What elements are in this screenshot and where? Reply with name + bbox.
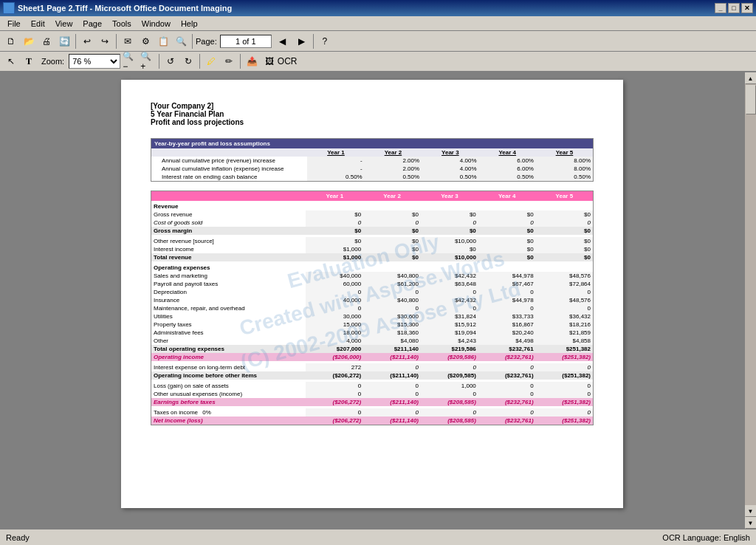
select-button[interactable]: ↖: [3, 53, 19, 69]
doc-header: [Your Company 2] 5 Year Financial Plan P…: [151, 102, 594, 126]
total-revenue-row: Total revenue $1,000 $0 $10,000 $0 $0: [151, 253, 594, 261]
revenue-label: Revenue: [151, 201, 594, 210]
menu-view[interactable]: View: [51, 18, 78, 29]
menu-help[interactable]: Help: [176, 18, 202, 29]
assumptions-row1-y5: 8.00%: [536, 165, 594, 173]
pl-header-label: [151, 191, 306, 202]
page-input[interactable]: [220, 35, 272, 48]
cogs-y3: 0: [421, 219, 478, 227]
opex-r6-y2: $15,300: [363, 321, 421, 329]
find-button[interactable]: 🔍: [173, 33, 189, 49]
gross-revenue-label: Gross revenue: [151, 210, 306, 219]
opex-r6-y1: 15,000: [306, 321, 363, 329]
menu-edit[interactable]: Edit: [27, 18, 49, 29]
new-button[interactable]: 🗋: [3, 33, 19, 49]
content-area[interactable]: Evaluation Only Created with Aspose.Word…: [0, 72, 744, 529]
cogs-label: Cost of goods sold: [151, 219, 306, 227]
assumptions-y4: Year 4: [479, 148, 536, 157]
pl-y4-header: Year 4: [478, 191, 536, 202]
scroll-down-button[interactable]: ▼: [745, 505, 757, 517]
scroll-down2-button[interactable]: ▼: [745, 517, 757, 529]
opex-r0-label: Sales and marketing: [151, 272, 306, 280]
opex-r1-y1: 60,000: [306, 280, 363, 288]
menu-window[interactable]: Window: [137, 18, 175, 29]
op-before-y4: ($232,761): [478, 371, 536, 380]
zoom-select[interactable]: 76 % 50 % 75 % 100 % 125 % 150 %: [69, 54, 120, 69]
taxes-y1: 0: [306, 408, 363, 417]
ocr-button[interactable]: OCR: [279, 53, 295, 69]
zoom-in-button[interactable]: 🔍+: [140, 53, 156, 69]
opex-r8-y3: $4,243: [421, 337, 478, 345]
rotate-left-button[interactable]: ↺: [162, 53, 179, 69]
ebt-y1: ($206,272): [306, 398, 363, 406]
net-income-row: Net income (loss) ($206,272) ($211,140) …: [151, 417, 594, 425]
cogs-y4: 0: [478, 219, 536, 227]
scroll-thumb[interactable]: [746, 85, 756, 114]
total-opex-y2: $211,140: [363, 345, 421, 353]
opex-r7-y3: $19,094: [421, 329, 478, 337]
net-income-y2: ($211,140): [363, 417, 421, 425]
minimize-button[interactable]: _: [715, 3, 726, 13]
net-income-y3: ($208,585): [421, 417, 478, 425]
interest-inc-y5: $0: [536, 245, 594, 253]
assumptions-y5: Year 5: [536, 148, 594, 157]
highlight-button[interactable]: 🖊: [203, 53, 219, 69]
scroll-up-button[interactable]: ▲: [745, 72, 757, 84]
maximize-button[interactable]: □: [728, 3, 740, 13]
op-income-before-row: Operating income before other items ($20…: [151, 371, 594, 380]
pen-button[interactable]: ✏: [221, 53, 237, 69]
open-button[interactable]: 📂: [21, 33, 37, 49]
assumptions-row2-y3: 0.50%: [422, 173, 478, 182]
gross-margin-y5: $0: [536, 227, 594, 235]
opex-r5-y1: 30,000: [306, 312, 363, 321]
opex-r1-y2: $61,200: [363, 280, 421, 288]
interest-exp-y2: 0: [363, 363, 421, 371]
taxes-y2: 0: [363, 408, 421, 417]
scan-button[interactable]: 🔄: [56, 33, 72, 49]
copy-button[interactable]: 📋: [155, 33, 171, 49]
options-button[interactable]: ⚙: [137, 33, 154, 49]
menu-file[interactable]: File: [3, 18, 25, 29]
pl-pink-header: Year 1 Year 2 Year 3 Year 4 Year 5: [151, 191, 594, 202]
assumptions-row0-y3: 4.00%: [422, 157, 478, 165]
image-button[interactable]: 🖼: [261, 53, 278, 69]
opex-r8-y1: 4,000: [306, 337, 363, 345]
pl-table: Year 1 Year 2 Year 3 Year 4 Year 5 Reven…: [151, 191, 594, 425]
cogs-y5: 0: [536, 219, 594, 227]
assumptions-row0-y2: 2.00%: [365, 157, 422, 165]
assumptions-row2-y4: 0.50%: [479, 173, 536, 182]
close-button[interactable]: ✕: [741, 3, 753, 13]
net-income-label: Net income (loss): [151, 417, 306, 425]
loss-gain-row: Loss (gain) on sale of assets 0 0 1,000 …: [151, 382, 594, 390]
help-button[interactable]: ?: [317, 33, 333, 49]
ebt-y4: ($232,761): [478, 398, 536, 406]
unusual-exp-y2: 0: [363, 390, 421, 398]
export-button[interactable]: 📤: [244, 53, 260, 69]
gross-margin-y2: $0: [363, 227, 421, 235]
revenue-section: Revenue: [151, 201, 594, 210]
send-button[interactable]: ✉: [120, 33, 136, 49]
op-before-y1: ($206,272): [306, 371, 363, 380]
assumptions-label-col: [151, 148, 308, 157]
other-rev-y3: $10,000: [421, 237, 478, 245]
print-button[interactable]: 🖨: [38, 33, 55, 49]
rotate-right-button[interactable]: ↻: [180, 53, 196, 69]
gross-margin-row: Gross margin $0 $0 $0 $0 $0: [151, 227, 594, 235]
gross-margin-y4: $0: [478, 227, 536, 235]
net-income-y5: ($251,382): [536, 417, 594, 425]
redo-button[interactable]: ↪: [97, 33, 113, 49]
scroll-track[interactable]: [745, 84, 757, 505]
ebt-y2: ($211,140): [363, 398, 421, 406]
menu-tools[interactable]: Tools: [108, 18, 136, 29]
undo-button[interactable]: ↩: [79, 33, 95, 49]
opex-section: Operating expenses: [151, 261, 594, 272]
prev-page-button[interactable]: ◀: [275, 33, 291, 49]
text-select-button[interactable]: 𝐓: [21, 53, 37, 69]
scrollbar-right[interactable]: ▲ ▼ ▼: [744, 72, 756, 529]
loss-gain-y5: 0: [536, 382, 594, 390]
zoom-out-button[interactable]: 🔍−: [122, 53, 138, 69]
next-page-button[interactable]: ▶: [294, 33, 310, 49]
assumptions-row2-y2: 0.50%: [365, 173, 422, 182]
menu-page[interactable]: Page: [78, 18, 106, 29]
toolbar2: ↖ 𝐓 Zoom: 76 % 50 % 75 % 100 % 125 % 150…: [0, 52, 756, 72]
